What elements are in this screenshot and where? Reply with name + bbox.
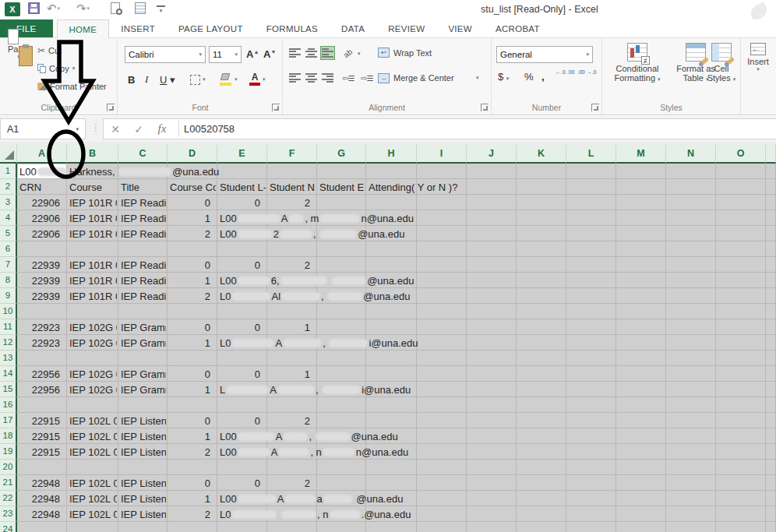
cell-B4[interactable]: IEP 101R 0 [69, 213, 117, 224]
cell-C19[interactable]: IEP Listeni [121, 446, 166, 458]
cell-C14[interactable]: IEP Gramm [121, 368, 166, 380]
orientation-button[interactable]: ab [342, 48, 354, 60]
grid-cell[interactable] [317, 241, 366, 257]
grid-cell[interactable] [417, 506, 467, 522]
grid-cell[interactable] [616, 273, 666, 288]
row-header-24[interactable]: 24 [0, 522, 17, 532]
grid-cell[interactable] [217, 304, 267, 319]
grid-cell[interactable] [666, 257, 716, 273]
cell-B1[interactable]: Harkness, @una.edu [69, 166, 219, 178]
cell-D22[interactable]: 1 [168, 493, 210, 505]
middle-align-button[interactable] [304, 46, 319, 60]
grid-cell[interactable] [616, 241, 666, 257]
grid-cell[interactable] [566, 319, 616, 335]
view-gridlines-icon[interactable] [135, 2, 146, 14]
grid-cell[interactable] [467, 506, 517, 522]
cell-E11[interactable]: 0 [217, 322, 260, 333]
formula-content[interactable]: L00520758 [184, 123, 235, 135]
cell-B8[interactable]: IEP 101R 0 [69, 275, 117, 287]
grid-cell[interactable] [67, 351, 118, 366]
grid-cell[interactable] [716, 257, 766, 273]
grid-cell[interactable] [217, 522, 267, 532]
grid-cell[interactable] [118, 460, 168, 475]
cell-B18[interactable]: IEP 102L 0: [69, 431, 117, 442]
grid-cell[interactable] [517, 382, 566, 397]
grid-cell[interactable] [118, 351, 168, 366]
grid-cell[interactable] [366, 475, 417, 491]
cell-F3[interactable]: 2 [267, 197, 310, 209]
grid-cell[interactable] [467, 164, 517, 179]
row-header-8[interactable]: 8 [0, 273, 17, 288]
grid-cell[interactable] [317, 397, 366, 413]
grid-cell[interactable] [766, 304, 776, 319]
grid-cell[interactable] [517, 444, 566, 460]
grid-cell[interactable] [417, 226, 467, 241]
percent-button[interactable]: % [524, 71, 534, 83]
confirm-entry-icon[interactable]: ✓ [127, 123, 150, 136]
grid-cell[interactable] [517, 304, 566, 319]
conditional-formatting-button[interactable]: ≠ Conditional Formatting ▾ [605, 43, 669, 83]
grid-cell[interactable] [67, 522, 118, 532]
grid-cell[interactable] [517, 366, 566, 382]
cell-E5[interactable]: L002, @una.edu [220, 228, 404, 240]
cell-E12[interactable]: L0A, i@una.edu [220, 337, 418, 349]
grid-cell[interactable] [566, 491, 616, 506]
alignment-dialog-launcher[interactable] [481, 104, 489, 111]
grid-cell[interactable] [366, 195, 417, 210]
column-header-K[interactable]: K [517, 145, 566, 164]
paste-button[interactable]: Paste ▾ [3, 44, 34, 108]
cancel-entry-icon[interactable]: ✕ [104, 123, 127, 136]
cell-A23[interactable]: 22948 [17, 509, 60, 520]
insert-cells-button[interactable]: Insert ▾ [742, 43, 774, 72]
cell-E15[interactable]: LA, i@una.edu [220, 384, 411, 396]
grid-cell[interactable] [566, 475, 616, 491]
grid-cell[interactable] [766, 351, 776, 366]
grid-cell[interactable] [317, 522, 366, 532]
cell-B14[interactable]: IEP 102G 0 [69, 368, 117, 380]
grid-cell[interactable] [317, 319, 366, 335]
grid-cell[interactable] [467, 413, 517, 428]
grid-cell[interactable] [766, 257, 776, 273]
grid-cell[interactable] [566, 273, 616, 288]
grid-cell[interactable] [517, 273, 566, 288]
undo-button[interactable]: ↶▾ [47, 2, 60, 14]
grid-cell[interactable] [366, 304, 417, 319]
cell-E23[interactable]: L0 , n.@una.edu [220, 509, 411, 520]
grid-cell[interactable] [267, 351, 317, 366]
grid-cell[interactable] [517, 335, 566, 351]
grid-cell[interactable] [666, 444, 716, 460]
cell-A3[interactable]: 22906 [17, 197, 60, 209]
grid-cell[interactable] [616, 257, 666, 273]
grid-cell[interactable] [666, 195, 716, 210]
increase-decimal-button[interactable]: ←.0 .00 [556, 69, 575, 76]
cell-A8[interactable]: 22939 [17, 275, 60, 287]
redo-button[interactable]: ↷▾ [76, 2, 90, 14]
cell-B21[interactable]: IEP 102L 0: [69, 477, 117, 489]
align-right-button[interactable] [320, 71, 335, 85]
top-align-button[interactable] [287, 46, 302, 60]
grid-cell[interactable] [716, 491, 766, 506]
cell-A5[interactable]: 22906 [17, 228, 60, 240]
grid-cell[interactable] [616, 491, 666, 506]
grid-cell[interactable] [666, 397, 716, 413]
align-left-button[interactable] [287, 71, 302, 85]
clipboard-dialog-launcher[interactable] [107, 104, 115, 111]
cell-C3[interactable]: IEP Readin [121, 197, 166, 209]
cell-A9[interactable]: 22939 [17, 291, 60, 302]
comma-button[interactable]: , [541, 71, 545, 83]
column-header-partial[interactable] [766, 145, 776, 164]
row-header-23[interactable]: 23 [0, 506, 17, 522]
grid-cell[interactable] [517, 164, 566, 179]
cell-A17[interactable]: 22915 [17, 415, 60, 427]
cell-C22[interactable]: IEP Listeni [121, 493, 166, 505]
cell-C12[interactable]: IEP Gramm [121, 337, 166, 349]
name-box-dropdown[interactable]: ▾ [76, 126, 79, 132]
grid-cell[interactable] [716, 351, 766, 366]
copy-button[interactable]: Copy▾ [37, 62, 75, 75]
grid-cell[interactable] [716, 164, 766, 179]
grid-cell[interactable] [217, 164, 267, 179]
cell-D19[interactable]: 2 [168, 446, 210, 458]
cell-A1[interactable]: L00 [19, 166, 68, 178]
grid-cell[interactable] [666, 335, 716, 351]
grid-cell[interactable] [616, 179, 666, 195]
